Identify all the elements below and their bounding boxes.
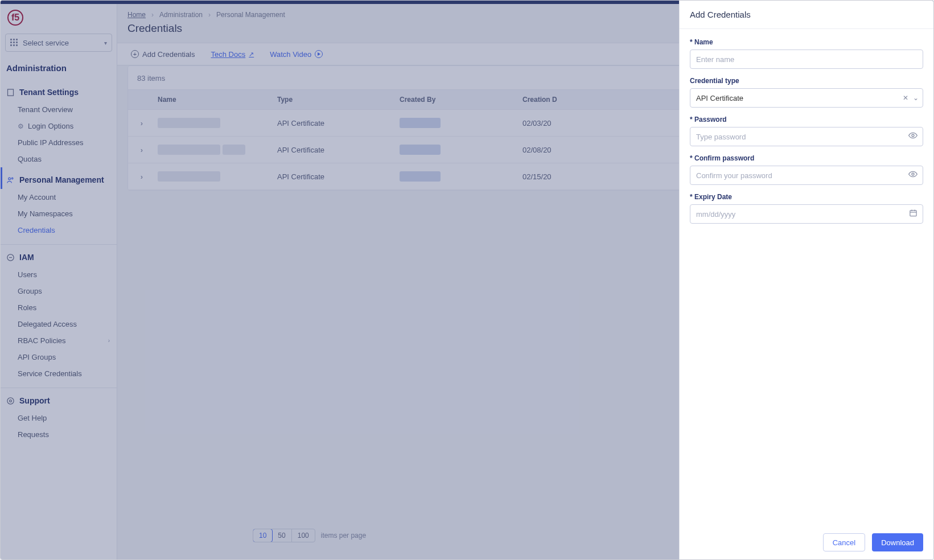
add-credentials-panel: Add Credentials * Name Credential type ✕… bbox=[679, 1, 933, 559]
password-input[interactable] bbox=[690, 127, 923, 146]
calendar-icon[interactable] bbox=[909, 209, 917, 220]
label-confirm-password: * Confirm password bbox=[690, 154, 923, 162]
expiry-date-input[interactable] bbox=[690, 204, 923, 224]
chevron-down-icon[interactable]: ⌄ bbox=[913, 94, 919, 102]
panel-title: Add Credentials bbox=[680, 1, 933, 29]
eye-icon[interactable] bbox=[908, 170, 917, 181]
svg-point-12 bbox=[912, 173, 914, 175]
label-expiry-date: * Expiry Date bbox=[690, 193, 923, 201]
svg-rect-13 bbox=[910, 211, 916, 216]
clear-icon[interactable]: ✕ bbox=[903, 94, 908, 102]
label-credential-type: Credential type bbox=[690, 77, 923, 85]
label-password: * Password bbox=[690, 116, 923, 123]
svg-point-11 bbox=[912, 134, 914, 137]
credential-type-select[interactable] bbox=[690, 88, 923, 108]
name-input[interactable] bbox=[690, 50, 923, 69]
download-button[interactable]: Download bbox=[872, 533, 923, 551]
cancel-button[interactable]: Cancel bbox=[823, 533, 865, 551]
eye-icon[interactable] bbox=[908, 131, 917, 142]
confirm-password-input[interactable] bbox=[690, 166, 923, 185]
label-name: * Name bbox=[690, 38, 923, 46]
